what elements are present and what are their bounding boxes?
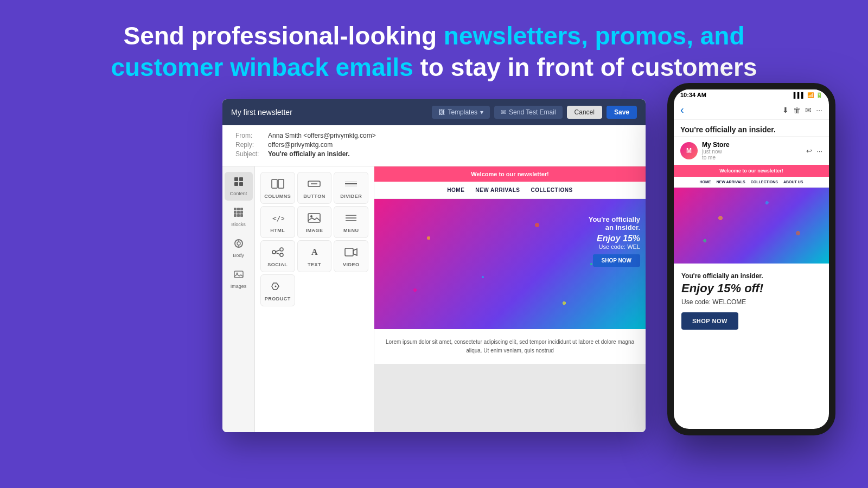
email-hero-code: Use code: WEL bbox=[589, 243, 640, 250]
templates-icon: 🖼 bbox=[438, 108, 445, 116]
svg-rect-9 bbox=[240, 211, 243, 214]
block-image[interactable]: IMAGE bbox=[297, 206, 332, 238]
svg-point-34 bbox=[280, 253, 283, 256]
svg-rect-7 bbox=[234, 211, 237, 214]
svg-rect-19 bbox=[272, 179, 277, 188]
reply-icon[interactable]: ✉ bbox=[805, 106, 812, 114]
from-label: From: bbox=[235, 132, 268, 139]
download-icon[interactable]: ⬇ bbox=[782, 106, 789, 114]
phone-sender-row: M My Store just now to me ↩ ··· bbox=[674, 137, 829, 165]
phone-more-icon[interactable]: ··· bbox=[816, 147, 822, 155]
phone-sender-to: to me bbox=[702, 155, 802, 160]
headline-white-1: Send professional-looking bbox=[123, 22, 437, 50]
svg-point-39 bbox=[275, 286, 276, 287]
svg-rect-12 bbox=[240, 214, 243, 217]
send-test-email-button[interactable]: ✉ Send Test Email bbox=[494, 106, 563, 119]
icon-sidebar: Content bbox=[222, 166, 255, 432]
svg-rect-20 bbox=[278, 179, 284, 188]
menu-icon bbox=[344, 213, 358, 226]
html-label: HTML bbox=[270, 228, 285, 233]
product-label: PRODUCT bbox=[265, 296, 291, 301]
email-menu: HOME NEW ARRIVALS COLLECTIONS bbox=[374, 182, 646, 199]
block-text[interactable]: A TEXT bbox=[297, 240, 332, 272]
svg-rect-38 bbox=[345, 248, 353, 256]
phone-email-subject: You're officially an insider. bbox=[674, 120, 829, 137]
social-icon bbox=[271, 247, 284, 260]
email-shop-now-button[interactable]: SHOP NOW bbox=[593, 254, 640, 267]
phone-sender-info: My Store just now to me bbox=[702, 141, 802, 160]
phone-screen: 10:34 AM ▌▌▌ 📶 🔋 ‹ ⬇ 🗑 ✉ ··· You're offi… bbox=[674, 89, 829, 429]
subject-label: Subject: bbox=[235, 150, 268, 158]
block-button[interactable]: BUTTON bbox=[297, 172, 332, 204]
headline-cyan-3: customer winback emails bbox=[111, 53, 413, 81]
phone-time: 10:34 AM bbox=[680, 92, 706, 98]
svg-point-14 bbox=[237, 242, 240, 245]
phone-shop-now-button[interactable]: SHOP NOW bbox=[681, 312, 738, 330]
images-icon bbox=[233, 269, 244, 282]
sidebar-item-content[interactable]: Content bbox=[225, 172, 253, 201]
sidebar-content-label: Content bbox=[230, 191, 247, 196]
email-menu-collections: COLLECTIONS bbox=[531, 187, 572, 193]
phone-menu-arrivals: NEW ARRIVALS bbox=[716, 180, 745, 184]
phone-promo-code: Use code: WELCOME bbox=[681, 298, 821, 306]
email-icon: ✉ bbox=[501, 108, 506, 116]
subject-row: Subject: You're officially an insider. bbox=[235, 150, 633, 158]
trash-icon[interactable]: 🗑 bbox=[793, 106, 801, 114]
sidebar-item-blocks[interactable]: Blocks bbox=[225, 203, 253, 232]
svg-rect-8 bbox=[237, 211, 240, 214]
block-divider[interactable]: DIVIDER bbox=[334, 172, 368, 204]
body-icon bbox=[233, 238, 244, 252]
svg-rect-10 bbox=[234, 214, 237, 217]
headline-white-3: to stay in front of customers bbox=[420, 53, 757, 81]
phone-nav-banner: Welcome to our newsletter! bbox=[674, 165, 829, 177]
cancel-button[interactable]: Cancel bbox=[567, 106, 602, 119]
svg-rect-1 bbox=[239, 177, 243, 181]
phone-sender-name: My Store bbox=[702, 141, 802, 149]
svg-rect-3 bbox=[239, 182, 243, 186]
svg-text:</>: </> bbox=[272, 214, 284, 222]
columns-icon bbox=[271, 179, 284, 191]
svg-rect-11 bbox=[237, 214, 240, 217]
phone-sender-time: just now bbox=[702, 149, 802, 155]
phone-reply-icon[interactable]: ↩ bbox=[806, 147, 812, 155]
video-icon bbox=[344, 247, 358, 260]
block-columns[interactable]: COLUMNS bbox=[260, 172, 295, 204]
block-html[interactable]: </> HTML bbox=[260, 206, 295, 238]
block-social[interactable]: SOCIAL bbox=[260, 240, 295, 272]
sidebar-blocks-label: Blocks bbox=[231, 222, 246, 227]
block-menu[interactable]: MENU bbox=[334, 206, 368, 238]
text-icon: A bbox=[308, 247, 321, 260]
svg-rect-6 bbox=[240, 208, 243, 210]
ui-area: My first newsletter 🖼 Templates ▾ ✉ Send… bbox=[0, 99, 868, 432]
svg-line-36 bbox=[276, 253, 280, 254]
text-label: TEXT bbox=[308, 262, 321, 267]
save-button[interactable]: Save bbox=[607, 106, 637, 119]
templates-button[interactable]: 🖼 Templates ▾ bbox=[432, 106, 490, 119]
phone-hero-image bbox=[674, 188, 829, 264]
svg-rect-5 bbox=[237, 208, 240, 210]
sidebar-item-body[interactable]: Body bbox=[225, 234, 253, 262]
editor-title: My first newsletter bbox=[231, 108, 292, 117]
sidebar-body-label: Body bbox=[233, 253, 244, 258]
headline-cyan-2: newsletters, promos, and bbox=[444, 22, 745, 50]
email-hero: You're officiallyan insider. Enjoy 15% U… bbox=[374, 199, 646, 329]
image-label: IMAGE bbox=[305, 228, 323, 233]
email-menu-arrivals: NEW ARRIVALS bbox=[475, 187, 520, 193]
phone-reply-icons: ↩ ··· bbox=[806, 147, 822, 155]
svg-point-28 bbox=[310, 215, 312, 217]
svg-point-18 bbox=[236, 273, 238, 274]
phone-menu-collections: COLLECTIONS bbox=[751, 180, 778, 184]
toolbar-buttons: 🖼 Templates ▾ ✉ Send Test Email Cancel S… bbox=[432, 106, 637, 119]
block-video[interactable]: VIDEO bbox=[334, 240, 368, 272]
phone-status-icons: ▌▌▌ 📶 🔋 bbox=[794, 92, 822, 98]
sidebar-item-images[interactable]: Images bbox=[225, 265, 253, 293]
html-icon: </> bbox=[271, 213, 284, 226]
wifi-icon: 📶 bbox=[807, 92, 814, 98]
back-arrow-icon[interactable]: ‹ bbox=[680, 104, 684, 116]
signal-icon: ▌▌▌ bbox=[794, 92, 805, 98]
more-icon[interactable]: ··· bbox=[816, 106, 822, 114]
dropdown-arrow-icon: ▾ bbox=[480, 108, 483, 116]
button-label: BUTTON bbox=[303, 194, 325, 199]
block-product[interactable]: PRODUCT bbox=[260, 274, 295, 306]
svg-point-33 bbox=[280, 248, 283, 251]
